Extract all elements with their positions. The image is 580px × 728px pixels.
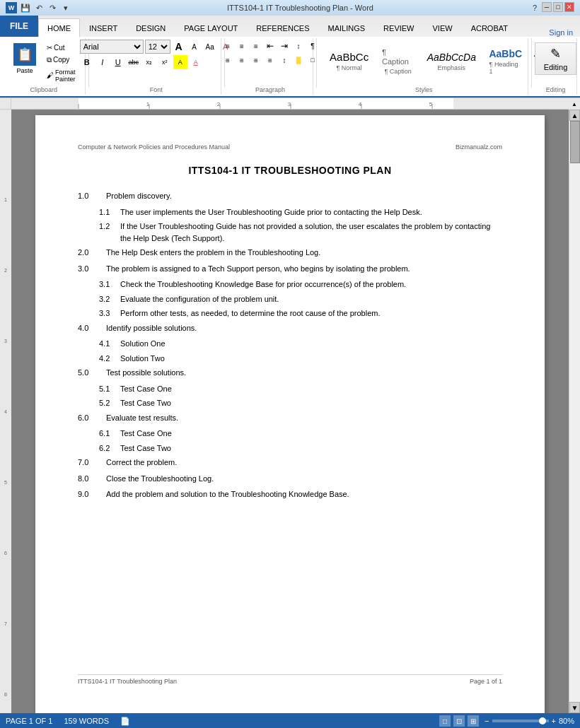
tab-mailings[interactable]: MAILINGS	[319, 18, 375, 37]
redo-button[interactable]: ↷	[47, 2, 58, 13]
editing-button[interactable]: ✎ Editing	[535, 42, 577, 75]
zoom-controls: − + 80%	[485, 717, 574, 725]
style-normal-label: ¶ Normal	[336, 64, 361, 71]
align-center-button[interactable]: ≡	[236, 54, 248, 66]
superscript-button[interactable]: x²	[158, 55, 172, 69]
undo-button[interactable]: ↶	[33, 2, 45, 13]
clipboard-small-buttons: ✂ Cut ⧉ Copy 🖌 Format Painter	[44, 40, 81, 84]
scrollbar-thumb[interactable]	[570, 121, 580, 163]
signin-link[interactable]: Sign in	[542, 28, 580, 37]
font-name-select[interactable]: Arial	[80, 40, 144, 54]
align-left-button[interactable]: ≡	[221, 54, 234, 66]
decrease-indent-button[interactable]: ⇤	[264, 40, 277, 52]
doc-item-text: Close the Troubleshooting Log.	[106, 473, 502, 485]
copy-button[interactable]: ⧉ Copy	[44, 54, 81, 66]
tab-home[interactable]: HOME	[38, 18, 80, 37]
style-normal-button[interactable]: AaBbCc ¶ Normal	[324, 47, 374, 75]
svg-rect-1	[79, 98, 453, 109]
more-button[interactable]: ▾	[60, 2, 71, 13]
maximize-button[interactable]: □	[553, 2, 563, 12]
header-right: Bizmanualz.com	[456, 143, 502, 151]
ruler-collapse-button[interactable]: ▲	[569, 98, 580, 110]
document-status-icon: 📄	[120, 717, 130, 726]
doc-sub-item: 3.3Perform other tests, as needed, to de…	[78, 307, 502, 319]
scroll-down-button[interactable]: ▼	[569, 702, 580, 713]
underline-button[interactable]: U	[111, 55, 125, 69]
numbering-button[interactable]: ≡	[236, 40, 248, 52]
style-heading1-button[interactable]: AaBbC ¶ Heading 1	[483, 45, 528, 78]
font-label: Font	[92, 86, 221, 93]
doc-sub-item: 5.1Test Case One	[78, 383, 502, 395]
doc-item-text: The Help Desk enters the problem in the …	[106, 247, 502, 259]
help-button[interactable]: ?	[529, 2, 540, 13]
tab-review[interactable]: REVIEW	[374, 18, 423, 37]
svg-text:5: 5	[429, 101, 433, 107]
font-color-button[interactable]: A	[189, 55, 203, 69]
full-screen-button[interactable]: ⊡	[453, 715, 465, 727]
bold-button[interactable]: B	[80, 55, 94, 69]
style-heading1-label: ¶ Heading 1	[489, 61, 522, 75]
subscript-button[interactable]: x₂	[142, 55, 156, 69]
tab-design[interactable]: DESIGN	[127, 18, 175, 37]
svg-text:7: 7	[4, 621, 7, 626]
quick-access-toolbar: 💾 ↶ ↷ ▾	[20, 2, 71, 13]
save-button[interactable]: 💾	[20, 2, 31, 13]
line-spacing-button[interactable]: ↕	[278, 54, 291, 66]
doc-item-num: 5.0	[78, 367, 106, 379]
italic-button[interactable]: I	[95, 55, 110, 69]
justify-button[interactable]: ≡	[264, 54, 277, 66]
clipboard-label: Clipboard	[3, 86, 85, 93]
ruler-corner	[0, 98, 11, 109]
tab-page-layout[interactable]: PAGE LAYOUT	[175, 18, 247, 37]
doc-item: 8.0Close the Troubleshooting Log.	[78, 473, 502, 485]
strikethrough-button[interactable]: abc	[127, 55, 141, 69]
svg-text:2: 2	[217, 101, 221, 107]
close-button[interactable]: ✕	[564, 2, 574, 12]
font-size-select[interactable]: 12	[145, 40, 170, 54]
bullets-button[interactable]: ≡	[221, 40, 234, 52]
font-shrink-button[interactable]: A	[187, 40, 202, 54]
text-highlight-button[interactable]: A	[173, 55, 187, 69]
print-layout-button[interactable]: □	[439, 715, 451, 727]
style-emphasis-button[interactable]: AaBbCcDa Emphasis	[422, 48, 482, 75]
scrollbar-track[interactable]	[569, 121, 580, 702]
tab-view[interactable]: VIEW	[424, 18, 462, 37]
shading-button[interactable]: ▓	[292, 54, 305, 66]
document-title: ITTS104-1 IT TROUBLESHOOTING PLAN	[78, 165, 502, 176]
font-case-button[interactable]: Aa	[203, 40, 217, 54]
zoom-out-button[interactable]: −	[485, 717, 489, 725]
style-caption-button[interactable]: ¶ Caption ¶ Caption	[376, 45, 420, 78]
format-painter-button[interactable]: 🖌 Format Painter	[44, 67, 81, 84]
doc-sub-num: 3.2	[78, 293, 120, 305]
tab-file[interactable]: FILE	[0, 16, 38, 37]
zoom-slider[interactable]	[492, 720, 549, 722]
doc-sub-num: 4.2	[78, 353, 120, 365]
tab-acrobat[interactable]: ACROBAT	[462, 18, 517, 37]
svg-text:5: 5	[4, 480, 7, 485]
footer-left: ITTS104-1 IT Troubleshooting Plan	[78, 678, 177, 685]
tab-insert[interactable]: INSERT	[80, 18, 127, 37]
tab-references[interactable]: REFERENCES	[247, 18, 318, 37]
zoom-in-button[interactable]: +	[552, 717, 556, 725]
left-ruler: 1 2 3 4 5 6 7 8	[0, 110, 11, 713]
svg-text:1: 1	[4, 197, 7, 202]
increase-indent-button[interactable]: ⇥	[278, 40, 291, 52]
paste-button[interactable]: 📋 Paste	[7, 40, 42, 78]
vertical-scrollbar[interactable]: ▲ ▼	[569, 110, 580, 713]
web-layout-button[interactable]: ⊞	[468, 715, 479, 727]
minimize-button[interactable]: ─	[542, 2, 552, 12]
sort-button[interactable]: ↕	[292, 40, 305, 52]
font-grow-button[interactable]: A	[172, 40, 186, 54]
page: Computer & Network Policies and Procedur…	[35, 115, 545, 713]
cut-button[interactable]: ✂ Cut	[44, 42, 81, 53]
clipboard-group: 📋 Paste ✂ Cut ⧉ Copy 🖌 Format Painter Cl…	[3, 38, 86, 95]
borders-button[interactable]: □	[306, 54, 319, 66]
multilevel-button[interactable]: ≡	[250, 40, 262, 52]
doc-sub-text: Solution One	[120, 338, 502, 350]
scroll-up-button[interactable]: ▲	[569, 110, 580, 121]
paste-icon: 📋	[13, 43, 36, 66]
show-hide-button[interactable]: ¶	[306, 40, 319, 52]
doc-sub-text: Check the Troubleshooting Knowledge Base…	[120, 278, 502, 290]
align-right-button[interactable]: ≡	[250, 54, 262, 66]
page-header: Computer & Network Policies and Procedur…	[78, 143, 502, 151]
